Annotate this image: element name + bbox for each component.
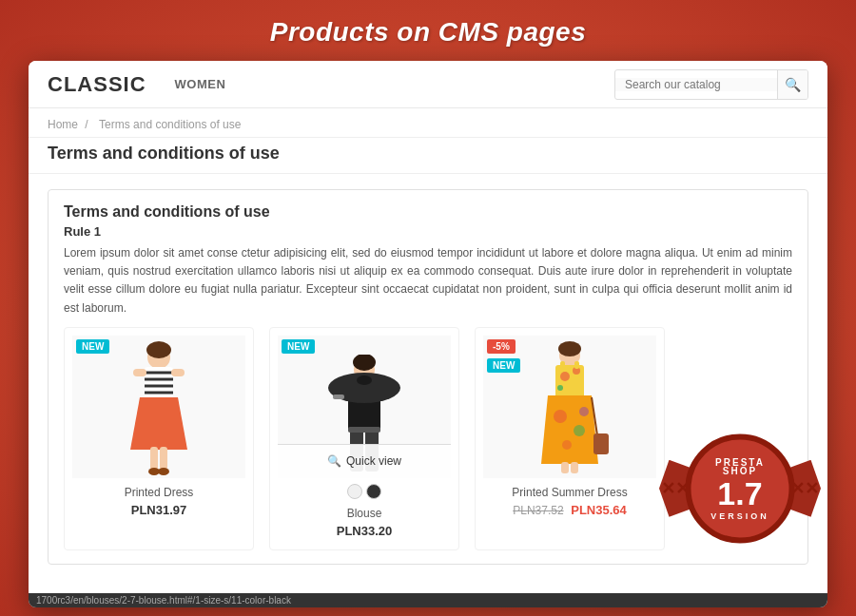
svg-rect-30 [574,361,579,369]
svg-point-13 [158,468,169,475]
svg-marker-31 [541,395,598,464]
search-button[interactable]: 🔍 [777,69,807,100]
svg-rect-10 [150,447,158,471]
svg-rect-39 [593,433,609,454]
product-name-2: Blouse [278,507,451,520]
summer-dress-figure [527,340,613,478]
breadcrumb-separator: / [85,118,88,131]
search-box: 🔍 [614,69,808,100]
breadcrumb: Home / Terms and conditions of use [29,108,827,138]
svg-point-35 [579,407,589,416]
browser-window: CLASSIC WOMEN 🔍 Home / Terms and conditi… [29,61,827,607]
svg-rect-22 [333,395,344,399]
cms-box: Terms and conditions of use Rule 1 Lorem… [48,189,808,565]
content-area: Terms and conditions of use Rule 1 Lorem… [29,174,827,593]
svg-rect-29 [560,361,565,369]
page-title: Terms and conditions of use [48,144,808,164]
badge-new-3: NEW [487,358,520,373]
breadcrumb-home[interactable]: Home [48,118,78,131]
product-name-3: Printed Summer Dress [483,486,656,499]
svg-point-33 [574,425,585,436]
products-row: NEW [64,327,792,550]
product-img-wrap-1: NEW [72,336,245,478]
svg-rect-8 [171,369,185,376]
nav-bar: CLASSIC WOMEN 🔍 [29,61,827,108]
svg-point-32 [554,410,567,423]
page-title-main: Products on CMS pages [0,17,856,48]
prestashop-badge: ✕✕ ✕✕ PRESTA SHOP 1.7 VERSION [659,408,821,569]
svg-point-1 [146,341,171,358]
badge-new-2: NEW [282,339,315,354]
svg-point-26 [560,372,570,381]
search-input[interactable] [615,78,777,91]
swatch-white[interactable] [347,484,362,499]
product-img-wrap-3: -5% NEW [483,336,656,478]
cms-body: Lorem ipsum dolor sit amet conse ctetur … [64,244,792,318]
svg-rect-11 [160,447,167,471]
product-price-2: PLN33.20 [278,524,451,538]
product-card-2[interactable]: NEW [269,327,459,550]
nav-menu-item-women[interactable]: WOMEN [175,77,226,91]
status-bar: 1700rc3/en/blouses/2-7-blouse.html#/1-si… [29,593,827,607]
search-icon: 🔍 [785,77,801,92]
quick-view-overlay-2[interactable]: 🔍 Quick view [278,444,451,478]
status-url: 1700rc3/en/blouses/2-7-blouse.html#/1-si… [36,595,291,606]
badge-new-1: NEW [76,339,109,354]
magnify-icon: 🔍 [327,454,341,468]
svg-point-28 [557,385,563,391]
svg-rect-36 [561,462,569,473]
dress1-figure [116,340,202,478]
svg-rect-7 [133,369,146,376]
nav-logo: CLASSIC [48,72,146,97]
page-title-bar: Terms and conditions of use [29,138,827,174]
svg-point-18 [357,375,372,385]
color-swatches-2 [278,484,451,499]
price-original-3: PLN37.52 [513,504,563,517]
breadcrumb-current: Terms and conditions of use [99,118,241,131]
ribbon-deco-right: ✕✕ [790,478,819,499]
product-card-3[interactable]: -5% NEW [475,327,665,550]
cms-title: Terms and conditions of use [64,203,792,221]
badge-version-label: VERSION [710,510,769,520]
badge-circle: PRESTA SHOP 1.7 VERSION [686,433,795,543]
page-header: Products on CMS pages [0,0,856,61]
svg-point-34 [562,440,572,450]
svg-marker-9 [130,397,187,450]
cms-subtitle: Rule 1 [64,224,792,239]
svg-rect-21 [348,427,380,433]
swatch-black[interactable] [366,484,381,499]
product-card-1[interactable]: NEW [64,327,254,550]
svg-point-24 [558,341,581,356]
product-price-1: PLN31.97 [72,503,245,517]
product-img-wrap-2: NEW [278,336,451,478]
nav-menu: WOMEN [175,77,614,91]
product-name-1: Printed Dress [72,486,245,499]
badge-discount-3: -5% [487,339,516,354]
product-price-3: PLN37.52 PLN35.64 [483,503,656,517]
price-sale-3: PLN35.64 [571,503,627,517]
badge-version-number: 1.7 [717,475,762,510]
svg-rect-37 [571,462,578,473]
quick-view-label: Quick view [346,454,401,468]
